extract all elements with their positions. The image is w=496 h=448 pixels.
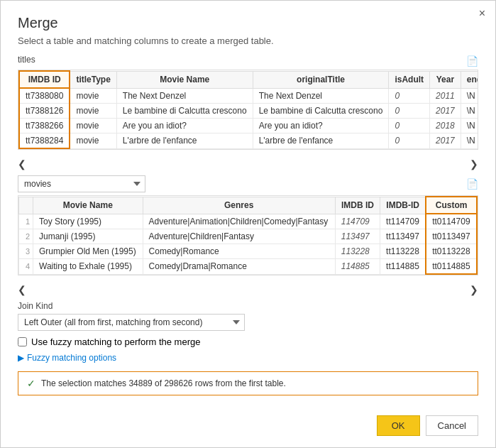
titles-table: IMDB ID titleType Movie Name originalTit… xyxy=(18,70,478,149)
top-table-label: titles xyxy=(18,55,35,65)
col-header-original-title[interactable]: originalTitle xyxy=(253,71,389,88)
cell-original-title: Are you an idiot? xyxy=(253,119,389,133)
join-kind-section: Join Kind Left Outer (all from first, ma… xyxy=(18,301,478,337)
cell-bottom-movie-name: Jumanji (1995) xyxy=(33,229,143,244)
cell-bottom-imdb-id: 113497 xyxy=(335,229,380,244)
check-icon: ✓ xyxy=(27,378,35,389)
cell-year: 2011 xyxy=(430,88,461,104)
table-row[interactable]: tt7388080 movie The Next Denzel The Next… xyxy=(19,88,478,104)
col-header-row-num xyxy=(19,197,33,214)
cell-row-num: 4 xyxy=(19,259,33,275)
cell-bottom-movie-name: Grumpier Old Men (1995) xyxy=(33,244,143,259)
merge-dialog: × Merge Select a table and matching colu… xyxy=(0,0,496,448)
cell-original-title: Le bambine di Calcutta crescono xyxy=(253,104,389,119)
triangle-right-icon: ▶ xyxy=(18,353,24,363)
table-row[interactable]: tt7388126 movie Le bambine di Calcutta c… xyxy=(19,104,478,119)
col-header-imdb-id[interactable]: IMDB ID xyxy=(19,71,70,88)
cell-imdb-id-dash: tt113497 xyxy=(380,229,426,244)
cell-end-year: \N xyxy=(461,104,478,119)
col-header-is-adult[interactable]: isAdult xyxy=(389,71,430,88)
cell-custom: tt0113228 xyxy=(426,244,477,259)
table-row[interactable]: tt7388266 movie Are you an idiot? Are yo… xyxy=(19,119,478,133)
movies-table: Movie Name Genres IMDB ID IMDB-ID Custom… xyxy=(18,196,478,275)
col-header-bottom-movie-name[interactable]: Movie Name xyxy=(33,197,143,214)
cell-genres: Adventure|Animation|Children|Comedy|Fant… xyxy=(143,214,335,229)
cell-genres: Adventure|Children|Fantasy xyxy=(143,229,335,244)
bottom-table-scroll: ❮ ❯ xyxy=(18,283,478,297)
col-header-genres[interactable]: Genres xyxy=(143,197,335,214)
table-row[interactable]: 3 Grumpier Old Men (1995) Comedy|Romance… xyxy=(19,244,478,259)
cell-row-num: 2 xyxy=(19,229,33,244)
cell-movie-name: Are you an idiot? xyxy=(116,119,253,133)
ok-button[interactable]: OK xyxy=(377,415,420,436)
top-scroll-right[interactable]: ❯ xyxy=(470,158,478,170)
cell-genres: Comedy|Drama|Romance xyxy=(143,259,335,275)
bottom-table-container[interactable]: Movie Name Genres IMDB ID IMDB-ID Custom… xyxy=(18,195,478,275)
status-message: The selection matches 34889 of 298626 ro… xyxy=(41,378,286,388)
top-table-container[interactable]: IMDB ID titleType Movie Name originalTit… xyxy=(18,70,478,150)
fuzzy-options-label: Fuzzy matching options xyxy=(27,353,116,363)
col-header-title-type[interactable]: titleType xyxy=(70,71,116,88)
cell-imdb-id-dash: tt113228 xyxy=(380,244,426,259)
bottom-table-icon: 📄 xyxy=(466,178,478,190)
cell-is-adult: 0 xyxy=(389,133,430,149)
footer-buttons: OK Cancel xyxy=(18,415,478,436)
dialog-title: Merge xyxy=(18,15,478,31)
cell-bottom-movie-name: Waiting to Exhale (1995) xyxy=(33,259,143,275)
cell-year: 2018 xyxy=(430,119,461,133)
table-row[interactable]: 1 Toy Story (1995) Adventure|Animation|C… xyxy=(19,214,478,229)
cell-custom: tt0113497 xyxy=(426,229,477,244)
cell-imdb-id-dash: tt114709 xyxy=(380,214,426,229)
cell-movie-name: The Next Denzel xyxy=(116,88,253,104)
cell-title-type: movie xyxy=(70,88,116,104)
cell-custom: tt0114709 xyxy=(426,214,477,229)
cell-original-title: The Next Denzel xyxy=(253,88,389,104)
join-kind-dropdown[interactable]: Left Outer (all from first, matching fro… xyxy=(18,314,245,331)
cell-custom: tt0114885 xyxy=(426,259,477,275)
bottom-scroll-right[interactable]: ❯ xyxy=(470,284,478,295)
cell-is-adult: 0 xyxy=(389,104,430,119)
cell-year: 2017 xyxy=(430,133,461,149)
table-row[interactable]: 4 Waiting to Exhale (1995) Comedy|Drama|… xyxy=(19,259,478,275)
dialog-subtitle: Select a table and matching columns to c… xyxy=(18,35,478,46)
table-row[interactable]: tt7388284 movie L'arbre de l'enfance L'a… xyxy=(19,133,478,149)
cell-bottom-imdb-id: 113228 xyxy=(335,244,380,259)
cell-title-type: movie xyxy=(70,104,116,119)
top-table-scroll: ❮ ❯ xyxy=(18,157,478,171)
cell-imdb-id: tt7388126 xyxy=(19,104,70,119)
cell-title-type: movie xyxy=(70,119,116,133)
col-header-year[interactable]: Year xyxy=(430,71,461,88)
cell-year: 2017 xyxy=(430,104,461,119)
cell-end-year: \N xyxy=(461,133,478,149)
fuzzy-checkbox-row: Use fuzzy matching to perform the merge xyxy=(18,337,478,347)
cell-bottom-movie-name: Toy Story (1995) xyxy=(33,214,143,229)
fuzzy-options-link[interactable]: ▶ Fuzzy matching options xyxy=(18,353,478,363)
top-scroll-left[interactable]: ❮ xyxy=(18,158,26,170)
table-row[interactable]: 2 Jumanji (1995) Adventure|Children|Fant… xyxy=(19,229,478,244)
cell-title-type: movie xyxy=(70,133,116,149)
join-kind-label: Join Kind xyxy=(18,301,478,311)
movies-dropdown[interactable]: movies titles xyxy=(18,175,145,192)
col-header-movie-name[interactable]: Movie Name xyxy=(116,71,253,88)
col-header-end-year[interactable]: endYear xyxy=(461,71,478,88)
top-table-icon: 📄 xyxy=(466,55,478,67)
cell-genres: Comedy|Romance xyxy=(143,244,335,259)
cell-is-adult: 0 xyxy=(389,88,430,104)
fuzzy-checkbox-label: Use fuzzy matching to perform the merge xyxy=(31,337,200,347)
cell-movie-name: L'arbre de l'enfance xyxy=(116,133,253,149)
bottom-scroll-left[interactable]: ❮ xyxy=(18,284,26,295)
cell-imdb-id-dash: tt114885 xyxy=(380,259,426,275)
cell-original-title: L'arbre de l'enfance xyxy=(253,133,389,149)
col-header-bottom-imdb-id[interactable]: IMDB ID xyxy=(335,197,380,214)
fuzzy-checkbox[interactable] xyxy=(18,337,27,346)
cell-bottom-imdb-id: 114885 xyxy=(335,259,380,275)
cell-end-year: \N xyxy=(461,119,478,133)
cell-end-year: \N xyxy=(461,88,478,104)
cancel-button[interactable]: Cancel xyxy=(426,415,478,436)
cell-bottom-imdb-id: 114709 xyxy=(335,214,380,229)
col-header-imdb-id-dash[interactable]: IMDB-ID xyxy=(380,197,426,214)
cell-imdb-id: tt7388266 xyxy=(19,119,70,133)
close-button[interactable]: × xyxy=(479,8,485,19)
cell-row-num: 1 xyxy=(19,214,33,229)
col-header-custom[interactable]: Custom xyxy=(426,197,477,214)
